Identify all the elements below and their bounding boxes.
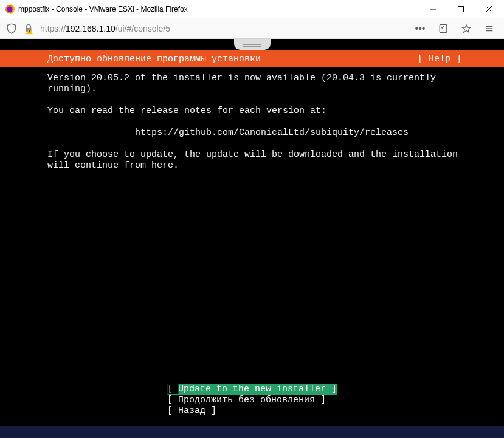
bottom-bar: [0, 426, 504, 438]
console-viewport[interactable]: Доступно обновление программы установки …: [0, 39, 504, 438]
page-actions-icon[interactable]: •••: [412, 20, 429, 37]
installer-menu: [ Update to the new installer ] [ Продол…: [167, 384, 337, 417]
svg-rect-7: [29, 30, 30, 32]
menu-update-installer[interactable]: [ Update to the new installer ]: [167, 384, 337, 395]
bookmark-star-icon[interactable]: [458, 20, 475, 37]
maximize-button[interactable]: [447, 0, 475, 18]
firefox-icon: [5, 4, 15, 14]
console-pull-tab-icon[interactable]: [234, 39, 271, 50]
minimize-button[interactable]: [419, 0, 447, 18]
reader-mode-icon[interactable]: [435, 20, 452, 37]
menu-back[interactable]: [ Назад ]: [167, 406, 337, 417]
installer-header-title: Доступно обновление программы установки: [47, 54, 261, 64]
svg-point-1: [7, 6, 13, 12]
lock-warning-icon[interactable]: [23, 23, 34, 34]
svg-rect-9: [440, 24, 447, 32]
menu-hamburger-icon[interactable]: [481, 20, 498, 37]
url-bar[interactable]: https://192.168.1.10/ui/#/console/5: [40, 24, 406, 33]
help-button[interactable]: [ Help ]: [418, 54, 461, 64]
url-path: /ui/#/console/5: [116, 24, 170, 33]
url-host: 192.168.1.10: [66, 24, 116, 33]
svg-rect-8: [29, 32, 30, 33]
tracking-protection-icon[interactable]: [6, 23, 17, 34]
url-scheme: https://: [40, 24, 66, 33]
svg-rect-3: [458, 6, 464, 12]
installer-body-text: Version 20.05.2 of the installer is now …: [47, 73, 461, 171]
close-button[interactable]: [475, 0, 503, 18]
menu-continue-without-update[interactable]: [ Продолжить без обновления ]: [167, 395, 337, 406]
window-title: mppostfix - Console - VMware ESXi - Mozi…: [18, 5, 419, 13]
